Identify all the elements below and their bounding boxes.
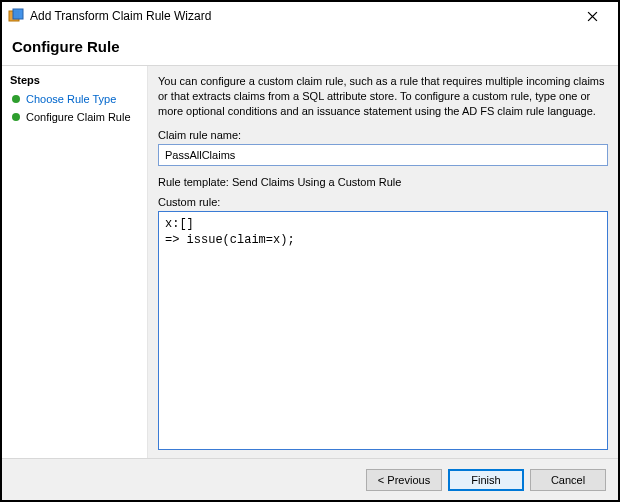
- rule-template-label: Rule template: Send Claims Using a Custo…: [158, 176, 608, 188]
- window-title: Add Transform Claim Rule Wizard: [30, 9, 572, 23]
- close-button[interactable]: [572, 2, 612, 30]
- wizard-window: Add Transform Claim Rule Wizard Configur…: [0, 0, 620, 502]
- svg-rect-1: [13, 9, 23, 19]
- main-panel: You can configure a custom claim rule, s…: [148, 66, 618, 458]
- claim-rule-name-label: Claim rule name:: [158, 129, 608, 141]
- wizard-body: Steps Choose Rule Type Configure Claim R…: [2, 65, 618, 458]
- steps-sidebar: Steps Choose Rule Type Configure Claim R…: [2, 66, 148, 458]
- step-label: Configure Claim Rule: [26, 111, 131, 123]
- step-bullet-icon: [12, 113, 20, 121]
- step-bullet-icon: [12, 95, 20, 103]
- step-choose-rule-type[interactable]: Choose Rule Type: [2, 90, 147, 108]
- steps-heading: Steps: [2, 70, 147, 90]
- cancel-button[interactable]: Cancel: [530, 469, 606, 491]
- page-header: Configure Rule: [2, 30, 618, 65]
- step-configure-claim-rule[interactable]: Configure Claim Rule: [2, 108, 147, 126]
- custom-rule-textarea[interactable]: [158, 211, 608, 450]
- custom-rule-label: Custom rule:: [158, 196, 608, 208]
- button-bar: < Previous Finish Cancel: [2, 458, 618, 500]
- finish-button[interactable]: Finish: [448, 469, 524, 491]
- claim-rule-name-input[interactable]: [158, 144, 608, 166]
- previous-button[interactable]: < Previous: [366, 469, 442, 491]
- app-icon: [8, 8, 24, 24]
- step-label: Choose Rule Type: [26, 93, 116, 105]
- description-text: You can configure a custom claim rule, s…: [158, 74, 608, 119]
- titlebar: Add Transform Claim Rule Wizard: [2, 2, 618, 30]
